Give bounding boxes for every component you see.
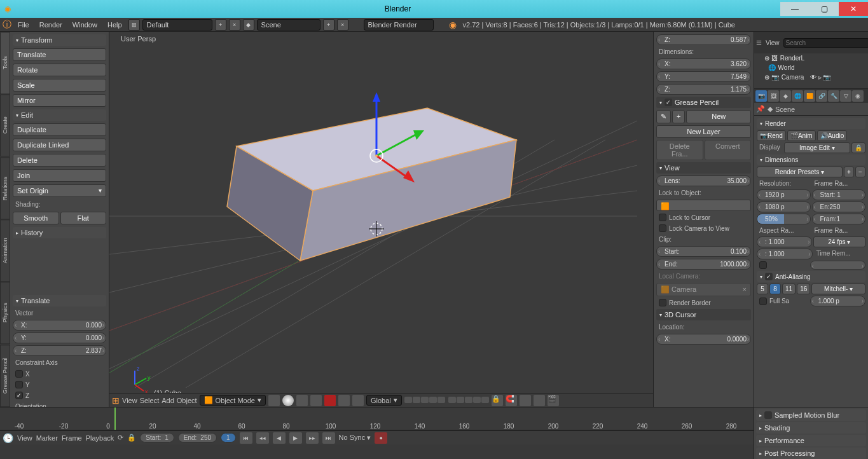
op-y-field[interactable]: Y:0.000: [13, 332, 106, 343]
sync-dropdown[interactable]: No Sync ▾: [339, 434, 371, 442]
outliner-item-render[interactable]: ⊕ 🖼 RenderL: [754, 53, 868, 63]
scene-dropdown[interactable]: Scene: [257, 19, 320, 31]
audio-button[interactable]: 🔊Audio: [817, 130, 848, 141]
aa-5-button[interactable]: 5: [757, 284, 768, 294]
rotate-button[interactable]: Rotate: [13, 64, 106, 76]
context-world-icon[interactable]: 🌐: [792, 90, 803, 102]
play-reverse-icon[interactable]: ◀: [273, 432, 286, 444]
scale-z-field[interactable]: Z:0.587: [656, 34, 751, 45]
timeline-ruler[interactable]: -40-200204060801001201401601802002202402…: [0, 408, 754, 430]
panel-dimensions-props[interactable]: Dimensions: [757, 154, 865, 165]
lock-camera-check[interactable]: Lock Camera to View: [656, 224, 751, 233]
autoplay-icon[interactable]: ⟳: [118, 434, 123, 442]
cursor-x-field[interactable]: X:0.0000: [656, 334, 751, 345]
menu-window[interactable]: Window: [69, 21, 101, 29]
3dview-view-menu[interactable]: View: [122, 397, 137, 404]
context-data-icon[interactable]: ▽: [840, 90, 851, 102]
aa-pixel-field[interactable]: 1.000 p: [810, 296, 866, 306]
aa-11-button[interactable]: 11: [782, 284, 796, 294]
duplicate-button[interactable]: Duplicate: [13, 123, 106, 136]
animation-button[interactable]: 🎬Anim: [787, 130, 816, 141]
manipulator-toggle-icon[interactable]: [310, 395, 322, 406]
panel-antialias[interactable]: ✓Anti-Aliasing: [757, 271, 865, 282]
border-check[interactable]: [757, 261, 809, 270]
outliner-item-camera[interactable]: ⊕ 📷 Camera 👁 ▹ 📷: [754, 72, 868, 82]
gp-newlayer-button[interactable]: New Layer: [656, 125, 751, 138]
autokey-icon[interactable]: ●: [375, 432, 387, 444]
menu-render[interactable]: Render: [36, 21, 66, 29]
current-frame-field[interactable]: 1: [221, 433, 236, 442]
frame-start-field[interactable]: Start: 1: [812, 189, 866, 200]
gp-draw-icon[interactable]: ✎: [656, 110, 671, 123]
screen-layout-dropdown[interactable]: Default: [142, 19, 212, 31]
scene-breadcrumb[interactable]: Scene: [775, 106, 795, 113]
panel-render-props[interactable]: Render: [757, 118, 865, 129]
timeline-playback-menu[interactable]: Playback: [86, 434, 114, 442]
flat-button[interactable]: Flat: [60, 212, 107, 224]
close-button[interactable]: ✕: [839, 2, 868, 16]
add-scene-button[interactable]: +: [323, 19, 334, 31]
context-constraints-icon[interactable]: 🔗: [816, 90, 827, 102]
lock-range-icon[interactable]: 🔒: [127, 434, 136, 442]
editor-3dview-icon[interactable]: ⊞: [112, 395, 120, 406]
scene-icon[interactable]: ◆: [243, 19, 254, 31]
mode-dropdown[interactable]: 🟧 Object Mode ▾: [200, 395, 266, 406]
3dview-select-menu[interactable]: Select: [140, 397, 160, 404]
matcap-icon[interactable]: [282, 395, 294, 406]
3d-viewport[interactable]: User Persp: [109, 32, 653, 407]
delete-button[interactable]: Delete: [13, 154, 106, 167]
scale-button[interactable]: Scale: [13, 79, 106, 92]
tab-physics[interactable]: Physics: [0, 282, 10, 344]
render-button[interactable]: 📷Rend: [757, 130, 786, 141]
gp-convert-button[interactable]: Convert: [705, 140, 752, 160]
panel-performance[interactable]: Performance: [756, 435, 866, 446]
aspect-y-field[interactable]: : 1.000: [757, 249, 813, 259]
mirror-button[interactable]: Mirror: [13, 94, 106, 107]
tab-create[interactable]: Create: [0, 94, 10, 156]
dim-x-field[interactable]: X:3.620: [656, 58, 751, 69]
full-sample-check[interactable]: Full Sa: [757, 296, 809, 306]
timeline-frame-menu[interactable]: Frame: [62, 434, 82, 442]
gp-add-icon[interactable]: +: [672, 110, 685, 123]
aa-8-button[interactable]: 8: [769, 284, 781, 294]
op-title[interactable]: Translate: [13, 295, 106, 306]
remove-preset-button[interactable]: −: [855, 167, 865, 177]
constraint-y-check[interactable]: Y: [13, 380, 106, 389]
clip-end-field[interactable]: End:1000.000: [656, 259, 751, 270]
editor-type-icon[interactable]: ⓘ: [3, 19, 11, 31]
tab-animation[interactable]: Animation: [0, 219, 10, 282]
shading-mode-icon[interactable]: [268, 395, 280, 406]
render-border-check[interactable]: Render Border: [656, 298, 751, 307]
panel-post-processing[interactable]: Post Processing: [756, 448, 866, 459]
frame-end-field[interactable]: En:250: [812, 202, 866, 212]
prev-keyframe-icon[interactable]: ◂◂: [256, 432, 269, 444]
gp-delete-frame-button[interactable]: Delete Fra...: [656, 140, 703, 160]
panel-grease-pencil[interactable]: ✓Grease Pencil: [656, 97, 751, 108]
clip-start-field[interactable]: Start:0.100: [656, 246, 751, 257]
panel-3d-cursor[interactable]: 3D Cursor: [656, 309, 751, 320]
context-scene-icon[interactable]: ◆: [780, 90, 791, 102]
panel-edit[interactable]: Edit: [13, 109, 106, 121]
set-origin-dropdown[interactable]: Set Origin▾: [13, 184, 106, 197]
constraint-x-check[interactable]: X: [13, 369, 106, 378]
jump-start-icon[interactable]: ⏮: [240, 432, 252, 444]
op-z-field[interactable]: Z:2.837: [13, 345, 106, 356]
context-material-icon[interactable]: ◉: [852, 90, 864, 102]
screen-layout-icon[interactable]: ⊞: [128, 19, 140, 31]
layers-grid[interactable]: [404, 397, 489, 404]
next-keyframe-icon[interactable]: ▸▸: [306, 432, 319, 444]
context-renderlayers-icon[interactable]: 🖼: [768, 90, 779, 102]
op-x-field[interactable]: X:0.000: [13, 320, 106, 331]
outliner-editor-icon[interactable]: ☰: [756, 39, 762, 46]
menu-help[interactable]: Help: [104, 21, 126, 29]
3dview-add-menu[interactable]: Add: [162, 397, 174, 404]
remove-layout-button[interactable]: ×: [229, 19, 240, 31]
end-frame-field[interactable]: End:250: [178, 433, 217, 442]
smooth-button[interactable]: Smooth: [13, 212, 59, 224]
dim-y-field[interactable]: Y:7.549: [656, 71, 751, 82]
render-preview-icon[interactable]: 🎬: [548, 395, 559, 406]
timeline-view-menu[interactable]: View: [17, 434, 32, 442]
add-layout-button[interactable]: +: [215, 19, 226, 31]
manipulator-scale-icon[interactable]: [352, 395, 364, 406]
res-y-field[interactable]: 1080 p: [757, 202, 811, 212]
